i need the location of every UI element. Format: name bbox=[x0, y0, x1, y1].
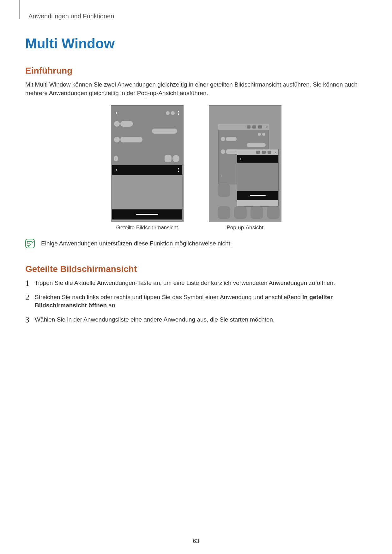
svg-text:›: › bbox=[221, 174, 222, 178]
step-number: 1 bbox=[25, 278, 29, 289]
caption-split-screen: Geteilte Bildschirmansicht bbox=[116, 225, 178, 231]
svg-rect-46 bbox=[262, 151, 266, 154]
page-title: Multi Window bbox=[25, 36, 367, 51]
note-text: Einige Anwendungen unterstützen diese Fu… bbox=[41, 239, 232, 247]
svg-rect-9 bbox=[114, 121, 120, 127]
step-3: 3 Wählen Sie in der Anwendungsliste eine… bbox=[25, 316, 367, 324]
svg-rect-58 bbox=[250, 206, 263, 219]
svg-point-8 bbox=[178, 114, 179, 115]
svg-rect-56 bbox=[218, 206, 230, 219]
step-text-suffix: an. bbox=[107, 302, 117, 309]
svg-point-6 bbox=[178, 111, 179, 112]
svg-point-5 bbox=[171, 111, 175, 115]
svg-rect-40 bbox=[221, 149, 225, 154]
svg-rect-51 bbox=[237, 163, 278, 191]
svg-rect-53 bbox=[250, 195, 266, 196]
steps-list: 1 Tippen Sie die Aktuelle Anwendungen-Ta… bbox=[25, 279, 367, 324]
svg-rect-33 bbox=[258, 125, 262, 129]
figure-popup-view: × › × ‹ bbox=[209, 105, 281, 222]
svg-point-7 bbox=[178, 113, 179, 114]
svg-rect-54 bbox=[237, 200, 278, 206]
svg-rect-49 bbox=[237, 155, 278, 163]
section-heading-split: Geteilte Bildschirmansicht bbox=[25, 264, 367, 274]
svg-point-21 bbox=[178, 170, 178, 170]
svg-rect-12 bbox=[114, 137, 120, 142]
svg-rect-26 bbox=[112, 220, 182, 221]
step-number: 3 bbox=[25, 314, 29, 326]
breadcrumb: Anwendungen und Funktionen bbox=[28, 13, 367, 20]
svg-text:‹: ‹ bbox=[240, 156, 241, 161]
svg-text:‹: ‹ bbox=[116, 167, 117, 172]
svg-rect-16 bbox=[165, 155, 172, 162]
step-text-prefix: Streichen Sie nach links oder rechts und… bbox=[35, 294, 302, 300]
svg-point-36 bbox=[262, 133, 265, 136]
intro-paragraph: Mit Multi Window können Sie zwei Anwendu… bbox=[25, 81, 367, 97]
caption-popup-view: Pop-up-Ansicht bbox=[226, 225, 263, 231]
step-1: 1 Tippen Sie die Aktuelle Anwendungen-Ta… bbox=[25, 279, 367, 287]
page-number: 63 bbox=[0, 538, 392, 545]
svg-text:›: › bbox=[115, 157, 117, 161]
step-number: 2 bbox=[25, 292, 29, 303]
section-heading-intro: Einführung bbox=[25, 66, 367, 76]
step-text: Wählen Sie in der Anwendungsliste eine a… bbox=[35, 316, 274, 323]
svg-point-20 bbox=[178, 168, 178, 169]
svg-rect-11 bbox=[152, 129, 177, 134]
svg-point-4 bbox=[166, 111, 170, 115]
svg-point-17 bbox=[172, 155, 179, 162]
svg-rect-37 bbox=[221, 137, 225, 141]
svg-text:‹: ‹ bbox=[116, 110, 118, 116]
svg-text:×: × bbox=[266, 125, 268, 129]
svg-rect-25 bbox=[136, 214, 158, 215]
svg-rect-60 bbox=[26, 239, 34, 248]
step-text: Tippen Sie die Aktuelle Anwendungen-Tast… bbox=[35, 280, 335, 286]
svg-rect-57 bbox=[234, 206, 247, 219]
svg-point-22 bbox=[178, 171, 178, 172]
svg-rect-47 bbox=[268, 151, 271, 154]
svg-rect-18 bbox=[112, 165, 182, 175]
svg-rect-38 bbox=[226, 137, 237, 141]
svg-rect-23 bbox=[112, 175, 182, 209]
svg-rect-32 bbox=[252, 125, 256, 129]
svg-rect-13 bbox=[120, 137, 142, 142]
svg-point-35 bbox=[258, 133, 261, 136]
svg-rect-45 bbox=[256, 151, 260, 154]
svg-rect-59 bbox=[267, 206, 280, 219]
svg-rect-39 bbox=[247, 143, 266, 147]
svg-rect-55 bbox=[218, 184, 230, 197]
svg-rect-31 bbox=[247, 125, 250, 129]
note-icon bbox=[25, 239, 35, 248]
svg-text:×: × bbox=[274, 150, 277, 155]
figure-split-screen: ‹ › ‹ bbox=[111, 105, 184, 222]
svg-rect-10 bbox=[120, 121, 133, 127]
step-2: 2 Streichen Sie nach links oder rechts u… bbox=[25, 293, 367, 310]
